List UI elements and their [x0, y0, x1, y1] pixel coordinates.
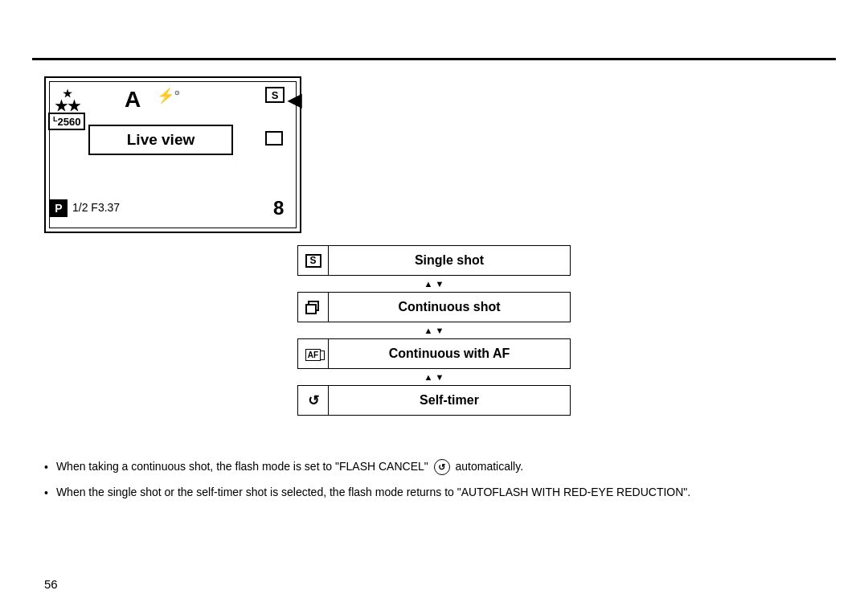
- self-timer-label: Self-timer: [329, 393, 570, 408]
- arrows-2: ▲ ▼: [297, 322, 571, 338]
- single-shot-item[interactable]: S Single shot: [297, 245, 571, 276]
- arrows-3: ▲ ▼: [297, 369, 571, 385]
- single-shot-icon: S: [298, 246, 329, 275]
- bullet-2: •: [44, 485, 48, 502]
- live-view-box: Live view: [88, 125, 233, 155]
- s-mode-icon: S: [265, 87, 285, 103]
- continuous-af-label: Continuous with AF: [329, 346, 570, 361]
- continuous-shot-item[interactable]: Continuous shot: [297, 292, 571, 322]
- self-timer-icon: ↺: [298, 386, 329, 415]
- number-display: 8: [273, 197, 284, 219]
- note-item-1: • When taking a continuous shot, the fla…: [44, 458, 824, 476]
- p-mode-icon: P: [50, 199, 68, 217]
- flash-cancel-icon: ↺: [434, 459, 450, 475]
- note-text-1: When taking a continuous shot, the flash…: [56, 458, 824, 475]
- exposure-text: 1/2 F3.37: [72, 201, 120, 214]
- arrow-right-icon: ◀: [288, 90, 301, 111]
- continuous-shot-icon: [298, 293, 329, 322]
- square-mode-icon: [265, 131, 283, 146]
- single-shot-label: Single shot: [329, 253, 570, 268]
- note-text-2: When the single shot or the self-timer s…: [56, 484, 824, 501]
- page-number: 56: [44, 577, 58, 591]
- top-divider: [32, 58, 836, 60]
- drive-mode-menu: S Single shot ▲ ▼ Continuous shot ▲ ▼ AF…: [297, 245, 571, 416]
- stars-icon: ★ ★★: [55, 88, 80, 113]
- flash-icon: ⚡⊙: [157, 87, 180, 105]
- notes-section: • When taking a continuous shot, the fla…: [44, 458, 824, 510]
- a-mode-label: A: [125, 87, 141, 113]
- continuous-af-item[interactable]: AF Continuous with AF: [297, 338, 571, 369]
- arrows-1: ▲ ▼: [297, 276, 571, 292]
- self-timer-item[interactable]: ↺ Self-timer: [297, 385, 571, 416]
- note-item-2: • When the single shot or the self-timer…: [44, 484, 824, 502]
- continuous-shot-label: Continuous shot: [329, 300, 570, 314]
- live-view-label: Live view: [127, 131, 195, 149]
- resolution-tag: L2560: [48, 113, 85, 130]
- bullet-1: •: [44, 459, 48, 476]
- continuous-af-icon: AF: [298, 339, 329, 368]
